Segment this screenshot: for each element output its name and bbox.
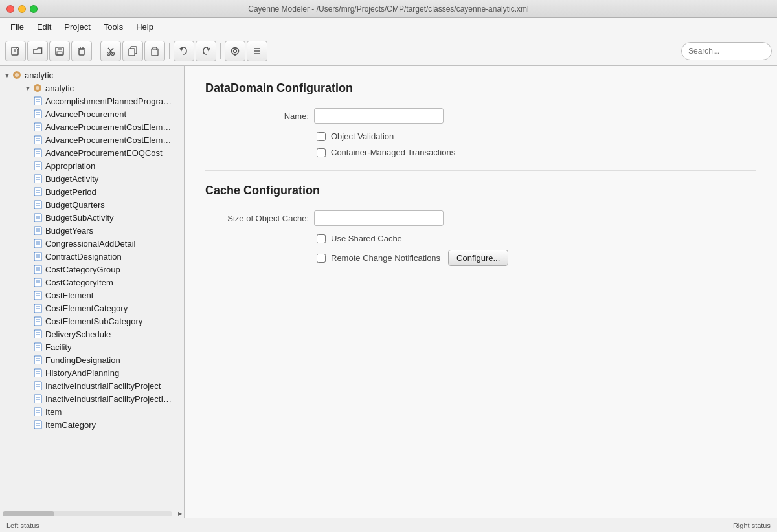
sync-button[interactable] <box>225 41 245 61</box>
list-item[interactable]: CongressionalAddDetail <box>0 237 184 250</box>
remote-change-checkbox[interactable] <box>317 254 326 263</box>
entity-icon <box>32 419 43 430</box>
svg-point-26 <box>15 73 19 77</box>
entity-icon <box>32 161 43 171</box>
list-item[interactable]: BudgetYears <box>0 224 184 237</box>
list-button[interactable] <box>247 41 267 61</box>
status-left: Left status <box>6 522 39 529</box>
configure-button[interactable]: Configure... <box>448 250 508 266</box>
entity-name: AdvanceProcurement <box>45 109 126 119</box>
redo-icon <box>201 46 211 56</box>
object-validation-checkbox[interactable] <box>317 132 326 141</box>
sidebar-item-facility[interactable]: Facility <box>0 340 184 353</box>
menu-edit[interactable]: Edit <box>32 20 56 34</box>
menu-file[interactable]: File <box>5 20 29 34</box>
entity-icon <box>32 173 43 184</box>
list-item[interactable]: AdvanceProcurementCostElem… <box>0 133 184 146</box>
list-item[interactable]: AccomplishmentPlannedProgra… <box>0 94 184 107</box>
entity-icon <box>32 316 43 326</box>
cache-size-row: Size of Object Cache: <box>205 210 756 226</box>
statusbar: Left status Right status <box>0 518 777 532</box>
entity-name: HistoryAndPlanning <box>45 368 119 378</box>
cut-button[interactable] <box>100 41 121 61</box>
svg-point-28 <box>36 86 39 90</box>
paste-button[interactable] <box>144 41 165 61</box>
list-item[interactable]: HistoryAndPlanning <box>0 366 184 379</box>
maximize-button[interactable] <box>30 5 38 13</box>
list-item[interactable]: BudgetActivity <box>0 172 184 185</box>
entity-icon <box>32 393 43 404</box>
new-button[interactable] <box>5 41 26 61</box>
menu-help[interactable]: Help <box>131 20 159 34</box>
domain-icon-root <box>12 70 22 80</box>
list-item[interactable]: CostElementSubCategory <box>0 315 184 327</box>
entity-icon <box>32 303 43 313</box>
list-item[interactable]: CostElementCategory <box>0 302 184 315</box>
search-input[interactable] <box>681 42 772 60</box>
list-item[interactable]: FundingDesignation <box>0 353 184 366</box>
entity-name: Appropriation <box>45 161 95 171</box>
remote-change-label[interactable]: Remote Change Notifications <box>331 253 440 263</box>
list-item[interactable]: AdvanceProcurementCostElem… <box>0 120 184 133</box>
delete-button[interactable] <box>71 41 92 61</box>
sidebar-item-domain[interactable]: ▼ analytic <box>0 82 184 94</box>
close-button[interactable] <box>6 5 14 13</box>
entity-name: AccomplishmentPlannedProgra… <box>45 96 172 106</box>
open-button[interactable] <box>27 41 48 61</box>
sidebar-item-root[interactable]: ▼ analytic <box>0 69 184 82</box>
entity-name: AdvanceProcurementCostElem… <box>45 122 171 132</box>
list-item[interactable]: Appropriation <box>0 159 184 172</box>
entity-name: CongressionalAddDetail <box>45 239 135 249</box>
titlebar-buttons <box>6 5 38 13</box>
list-item[interactable]: Item <box>0 405 184 418</box>
entity-name: AdvanceProcurementEOQCost <box>45 148 163 158</box>
minimize-button[interactable] <box>18 5 26 13</box>
list-item[interactable]: CostCategoryItem <box>0 276 184 289</box>
svg-rect-4 <box>58 47 62 50</box>
list-item[interactable]: BudgetPeriod <box>0 185 184 198</box>
menu-project[interactable]: Project <box>59 20 95 34</box>
menubar: File Edit Project Tools Help <box>0 18 777 36</box>
list-item[interactable]: AdvanceProcurement <box>0 107 184 120</box>
copy-icon <box>128 46 138 56</box>
entity-icon <box>32 238 43 249</box>
cut-icon <box>106 46 116 56</box>
list-item[interactable]: CostElement <box>0 289 184 302</box>
container-managed-label[interactable]: Container-Managed Transactions <box>331 148 455 157</box>
list-item[interactable]: InactiveIndustrialFacilityProjectI… <box>0 392 184 405</box>
undo-icon <box>179 46 189 56</box>
copy-button[interactable] <box>122 41 143 61</box>
paste-icon <box>150 46 160 56</box>
cache-size-input[interactable] <box>314 210 444 226</box>
entity-name: Facility <box>45 342 71 352</box>
use-shared-cache-checkbox[interactable] <box>317 234 326 243</box>
open-icon <box>32 46 43 56</box>
horizontal-scrollbar[interactable]: ▶ <box>0 509 184 518</box>
save-button[interactable] <box>49 41 70 61</box>
use-shared-cache-label[interactable]: Use Shared Cache <box>331 234 402 243</box>
entity-icon <box>32 342 43 352</box>
list-item[interactable]: InactiveIndustrialFacilityProject <box>0 379 184 392</box>
entity-name: ContractDesignation <box>45 252 122 261</box>
entity-name: CostCategoryGroup <box>45 265 120 274</box>
entity-icon <box>32 186 43 197</box>
list-item[interactable]: ItemCategory <box>0 418 184 431</box>
list-item[interactable]: AdvanceProcurementEOQCost <box>0 146 184 159</box>
container-managed-checkbox[interactable] <box>317 148 326 157</box>
name-input[interactable] <box>314 108 444 124</box>
undo-button[interactable] <box>174 41 194 61</box>
entity-name: CostElementCategory <box>45 304 128 313</box>
sidebar-tree: ▼ analytic ▼ analytic <box>0 66 184 509</box>
list-item[interactable]: DeliverySchedule <box>0 327 184 340</box>
list-item[interactable]: CostCategoryGroup <box>0 263 184 276</box>
menu-tools[interactable]: Tools <box>98 20 128 34</box>
scrollbar-thumb[interactable] <box>3 511 54 516</box>
list-item[interactable]: ContractDesignation <box>0 250 184 263</box>
redo-button[interactable] <box>196 41 216 61</box>
list-item[interactable]: BudgetSubActivity <box>0 211 184 224</box>
svg-rect-15 <box>129 49 135 56</box>
scroll-right-button[interactable]: ▶ <box>175 509 184 518</box>
object-validation-label[interactable]: Object Validation <box>331 131 394 141</box>
list-item[interactable]: BudgetQuarters <box>0 198 184 211</box>
main-container: ▼ analytic ▼ analytic <box>0 66 777 518</box>
